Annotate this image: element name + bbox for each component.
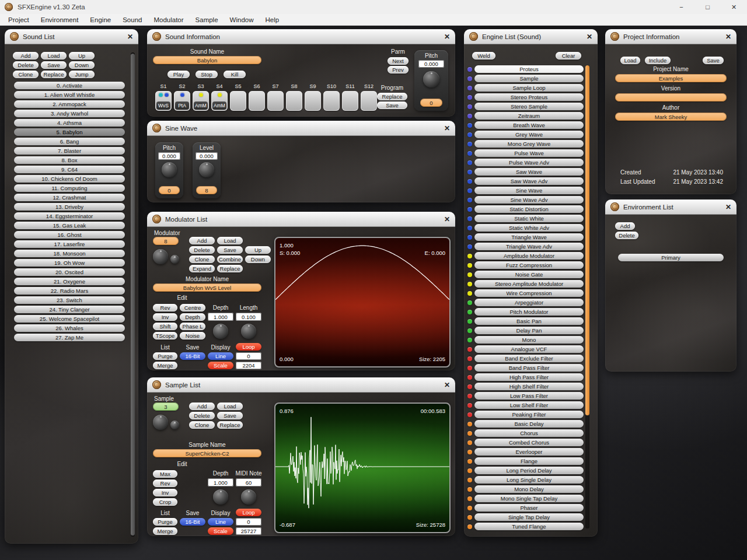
line-button[interactable]: Line: [208, 518, 233, 526]
sound-list-item[interactable]: 24. Tiny Clanger: [14, 306, 125, 313]
sound-list-item[interactable]: 13. Driveby: [14, 203, 125, 211]
engine-row[interactable]: Arpeggiator: [467, 299, 584, 306]
sound-list-up-button[interactable]: Up: [69, 52, 95, 60]
engine-list-item[interactable]: Saw Wave: [474, 168, 584, 176]
close-button[interactable]: ✕: [721, 0, 747, 14]
engine-list-item[interactable]: Basic Delay: [474, 420, 584, 428]
loop-button[interactable]: Loop: [236, 343, 261, 351]
engine-list-item[interactable]: Chorus: [474, 429, 584, 437]
slot-button[interactable]: [249, 91, 265, 111]
sound-list-item[interactable]: 3. Andy Warhol: [14, 110, 125, 117]
engine-row[interactable]: Mono Grey Wave: [467, 140, 584, 148]
modulator-noise-button[interactable]: Noise: [180, 332, 205, 340]
sound-list-item[interactable]: 12. Crashmat: [14, 194, 125, 201]
depth-value[interactable]: 1.000: [208, 478, 233, 487]
engine-list-item[interactable]: Mono Single Tap Delay: [474, 495, 584, 502]
modulator-waveform-display[interactable]: 1.000 S: 0.000 E: 0.000 0.000 Size: 2205: [274, 237, 451, 368]
engine-row[interactable]: Mono: [467, 336, 584, 344]
engine-list-item[interactable]: Sample: [474, 75, 584, 82]
pitch-knob[interactable]: [423, 71, 439, 88]
engine-list-item[interactable]: Stereo Proteus: [474, 93, 584, 101]
engine-list-item[interactable]: Single Tap Delay: [474, 513, 584, 521]
engine-list-item[interactable]: Tuned Flange: [474, 523, 584, 530]
engine-list-item[interactable]: Stereo Amplitude Modulator: [474, 280, 584, 288]
engine-list-item[interactable]: Mono: [474, 336, 584, 344]
engine-row[interactable]: Band Exclude Filter: [467, 355, 584, 362]
knob-offset-value[interactable]: 0: [159, 186, 180, 194]
engine-list-item[interactable]: High Shelf Filter: [474, 383, 584, 390]
stop-button[interactable]: Stop: [196, 71, 218, 78]
depth-value[interactable]: 1.000: [208, 313, 233, 321]
engine-row[interactable]: Mono Delay: [467, 485, 584, 493]
depth-knob[interactable]: [213, 324, 228, 339]
project-field-value[interactable]: Examples: [615, 74, 727, 82]
engine-list-item[interactable]: Arpeggiator: [474, 299, 584, 306]
pitch-offset-value[interactable]: 0: [420, 99, 442, 107]
sound-list-item[interactable]: 15. Gas Leak: [14, 222, 125, 229]
engine-row[interactable]: Long Period Delay: [467, 467, 584, 474]
slot-button[interactable]: [323, 91, 340, 111]
engine-row[interactable]: Static White: [467, 215, 584, 222]
program-save-button[interactable]: Save: [377, 102, 407, 109]
modulator-down-button[interactable]: Down: [245, 256, 271, 263]
menu-item-sound[interactable]: Sound: [117, 15, 148, 24]
modulator-name-field[interactable]: Babylon WvS Level: [153, 284, 261, 292]
slot-button[interactable]: [267, 91, 284, 111]
engine-row[interactable]: Stereo Proteus: [467, 93, 584, 101]
sound-list-item[interactable]: 11. Computing: [14, 184, 125, 192]
sample-rev-button[interactable]: Rev: [153, 480, 177, 487]
engine-row[interactable]: High Shelf Filter: [467, 383, 584, 390]
weld-button[interactable]: Weld: [472, 52, 495, 60]
sample-add-button[interactable]: Add: [189, 402, 215, 410]
bit-depth-button[interactable]: 16-Bit: [180, 352, 205, 360]
engine-list-item[interactable]: Sine Wave: [474, 187, 584, 194]
menu-item-sample[interactable]: Sample: [190, 15, 224, 24]
environment-delete-button[interactable]: Delete: [615, 232, 638, 239]
engine-row[interactable]: Tuned Flange: [467, 523, 584, 530]
slot-button[interactable]: [342, 91, 358, 111]
midi-note-value[interactable]: 60: [236, 478, 261, 487]
engine-list-item[interactable]: Everlooper: [474, 448, 584, 456]
panel-close-icon[interactable]: ✕: [444, 33, 450, 41]
engine-row[interactable]: Wire Compression: [467, 289, 584, 297]
sound-list-item[interactable]: 7. Blaster: [14, 147, 125, 155]
engine-row[interactable]: Basic Delay: [467, 420, 584, 428]
engine-row[interactable]: Sample: [467, 75, 584, 82]
menu-item-help[interactable]: Help: [259, 15, 285, 24]
engine-row[interactable]: Static White Adv: [467, 224, 584, 232]
sample-save-button[interactable]: Save: [217, 412, 243, 419]
sound-list-item[interactable]: 22. Radio Mars: [14, 287, 125, 295]
scale-value[interactable]: 25727: [236, 527, 261, 535]
engine-list-item[interactable]: Low Pass Filter: [474, 392, 584, 400]
engine-list-item[interactable]: Breath Wave: [474, 121, 584, 129]
engine-list-item[interactable]: Combed Chorus: [474, 439, 584, 446]
engine-row[interactable]: Proteus: [467, 65, 584, 73]
modulator-delete-button[interactable]: Delete: [189, 246, 215, 254]
sound-list-item[interactable]: 18. Monsoon: [14, 250, 125, 257]
modulator-up-button[interactable]: Up: [245, 246, 271, 254]
depth-knob[interactable]: [213, 489, 228, 505]
sound-list-item[interactable]: 20. Oscited: [14, 268, 125, 276]
engine-list-item[interactable]: Long Single Delay: [474, 476, 584, 484]
menu-item-project[interactable]: Project: [2, 15, 35, 24]
engine-row[interactable]: Stereo Sample: [467, 103, 584, 110]
program-replace-button[interactable]: Replace: [377, 93, 407, 100]
sound-list-clone-button[interactable]: Clone: [13, 71, 39, 78]
maximize-button[interactable]: □: [694, 0, 721, 14]
engine-list-item[interactable]: Analogue VCF: [474, 345, 584, 353]
sample-crop-button[interactable]: Crop: [153, 498, 177, 506]
engine-list-item[interactable]: Band Pass Filter: [474, 364, 584, 372]
engine-row[interactable]: Single Tap Delay: [467, 513, 584, 521]
sound-list-item[interactable]: 27. Zap Me: [14, 334, 125, 341]
engine-row[interactable]: Pulse Wave: [467, 149, 584, 157]
slot-button[interactable]: [361, 91, 377, 111]
engine-list-item[interactable]: Sample Loop: [474, 84, 584, 92]
modulator-load-button[interactable]: Load: [217, 237, 243, 244]
engine-list-item[interactable]: Peaking Filter: [474, 411, 584, 418]
modulator-list-titlebar[interactable]: Modulator List ✕: [147, 212, 455, 227]
bit-depth-button[interactable]: 16-Bit: [180, 518, 205, 526]
engine-row[interactable]: Band Pass Filter: [467, 364, 584, 372]
sound-list-down-button[interactable]: Down: [69, 61, 95, 69]
menu-item-window[interactable]: Window: [224, 15, 260, 24]
parm-prev-button[interactable]: Prev: [388, 66, 409, 74]
